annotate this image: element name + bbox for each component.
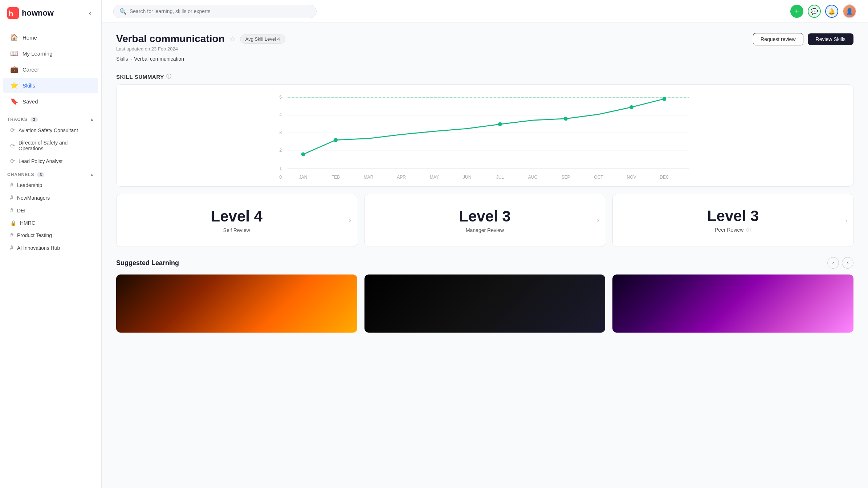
peer-review-card[interactable]: Level 3 Peer Review ⓘ › (612, 194, 853, 247)
sidebar-item-career[interactable]: 💼 Career (3, 62, 98, 77)
hash-icon-newmanagers: # (10, 195, 13, 201)
search-input[interactable] (130, 8, 310, 14)
breadcrumb-current: Verbal communication (134, 56, 184, 62)
career-icon: 💼 (10, 65, 18, 73)
svg-text:DEC: DEC (660, 175, 669, 180)
chart-point-dec (663, 97, 667, 101)
book-icon: 📖 (10, 49, 18, 57)
channel-item-hmrc[interactable]: 🔒 HMRC (3, 217, 98, 229)
sidebar-nav: 🏠 Home 📖 My Learning 💼 Career ⭐ Skills 🔖… (0, 26, 101, 113)
track-label-aviation: Aviation Safety Consultant (19, 127, 78, 133)
sidebar-item-skills[interactable]: ⭐ Skills (3, 78, 98, 93)
self-review-level: Level 4 (211, 208, 262, 225)
search-icon: 🔍 (119, 8, 127, 15)
learning-cards-container (116, 274, 853, 333)
page-body: Verbal communication ☆ Avg Skill Level 4… (102, 23, 868, 343)
sidebar-item-home[interactable]: 🏠 Home (3, 30, 98, 45)
svg-text:JAN: JAN (299, 175, 307, 180)
learning-card-3[interactable] (612, 274, 853, 333)
channels-chevron-icon: ▲ (90, 172, 94, 177)
manager-review-chevron-icon: › (597, 217, 599, 224)
track-item-director[interactable]: ⟳ Director of Safety and Operations (3, 137, 98, 154)
sidebar-item-saved[interactable]: 🔖 Saved (3, 94, 98, 109)
track-icon-aviation: ⟳ (10, 127, 15, 134)
user-avatar-button[interactable]: 👤 (843, 4, 856, 18)
breadcrumb: Skills › Verbal communication (116, 56, 285, 62)
manager-review-type: Manager Review (466, 227, 504, 233)
hash-icon-product-testing: # (10, 232, 13, 239)
learning-card-2[interactable] (364, 274, 606, 333)
review-skills-button[interactable]: Review Skills (808, 33, 853, 45)
page-subtitle: Last updated on 23 Feb 2024 (116, 46, 285, 52)
manager-review-card[interactable]: Level 3 Manager Review › (364, 194, 606, 247)
sidebar: h hownow ‹ 🏠 Home 📖 My Learning 💼 Career… (0, 0, 102, 488)
learning-card-1-bg (116, 274, 357, 333)
svg-text:FEB: FEB (331, 175, 340, 180)
channel-item-ai-innovations[interactable]: # AI Innovations Hub (3, 242, 98, 254)
logo-area: h hownow ‹ (0, 0, 101, 26)
sidebar-collapse-button[interactable]: ‹ (86, 8, 94, 19)
peer-review-info-icon[interactable]: ⓘ (746, 227, 751, 233)
learning-card-2-bg (364, 274, 606, 333)
hash-icon-ai-innovations: # (10, 245, 13, 251)
tracks-section: TRACKS 3 ▲ (0, 113, 101, 123)
manager-review-level: Level 3 (459, 208, 510, 225)
self-review-card[interactable]: Level 4 Self Review › (116, 194, 357, 247)
learning-nav-arrows: ‹ › (827, 257, 853, 269)
skill-summary-info-icon[interactable]: ⓘ (166, 73, 172, 80)
channel-label-product-testing: Product Testing (17, 232, 52, 238)
suggested-learning-title: Suggested Learning (116, 259, 179, 267)
chart-area: 5 4 3 2 1 0 JAN F (122, 93, 844, 180)
sidebar-item-skills-label: Skills (23, 82, 35, 89)
page-title-area: Verbal communication ☆ Avg Skill Level 4… (116, 33, 285, 70)
favorite-star-icon[interactable]: ☆ (229, 34, 236, 43)
svg-text:OCT: OCT (594, 175, 603, 180)
chart-point-jul (498, 122, 502, 126)
learning-card-1[interactable] (116, 274, 357, 333)
channel-label-leadership: Leadership (17, 182, 42, 188)
search-bar[interactable]: 🔍 (113, 5, 317, 18)
chart-point-sep (564, 117, 568, 121)
track-item-policy[interactable]: ⟳ Lead Policy Analyst (3, 155, 98, 167)
channels-section: CHANNELS 3 ▲ (0, 168, 101, 179)
track-label-director: Director of Safety and Operations (19, 140, 91, 151)
tracks-label: TRACKS (7, 117, 28, 122)
channels-section-header[interactable]: CHANNELS 3 ▲ (7, 172, 94, 177)
sidebar-item-my-learning-label: My Learning (23, 50, 53, 57)
chart-point-jan (301, 152, 305, 156)
peer-review-type: Peer Review ⓘ (715, 227, 751, 233)
channel-item-newmanagers[interactable]: # NewManagers (3, 192, 98, 204)
topbar: 🔍 + 💬 🔔 👤 (102, 0, 868, 23)
channel-label-dei: DEI (17, 208, 25, 214)
channel-item-dei[interactable]: # DEI (3, 204, 98, 217)
svg-text:3: 3 (280, 130, 282, 135)
main-content: 🔍 + 💬 🔔 👤 Verbal communication ☆ Avg Ski… (102, 0, 868, 488)
sidebar-item-my-learning[interactable]: 📖 My Learning (3, 46, 98, 61)
learning-next-button[interactable]: › (842, 257, 853, 269)
skill-level-badge: Avg Skill Level 4 (240, 34, 285, 44)
hownow-logo-icon: h (7, 7, 19, 19)
page-title-row: Verbal communication ☆ Avg Skill Level 4 (116, 33, 285, 45)
svg-text:AUG: AUG (528, 175, 538, 180)
svg-text:JUL: JUL (496, 175, 504, 180)
tracks-section-header[interactable]: TRACKS 3 ▲ (7, 117, 94, 122)
svg-text:2: 2 (280, 148, 282, 153)
channel-item-leadership[interactable]: # Leadership (3, 179, 98, 191)
chat-notification-button[interactable]: 💬 (808, 5, 821, 18)
skill-summary-label: SKILL SUMMARY (116, 74, 164, 80)
track-item-aviation[interactable]: ⟳ Aviation Safety Consultant (3, 124, 98, 137)
page-title: Verbal communication (116, 33, 225, 45)
request-review-button[interactable]: Request review (753, 33, 803, 45)
sidebar-item-career-label: Career (23, 66, 39, 73)
hash-icon-leadership: # (10, 182, 13, 188)
add-button[interactable]: + (790, 5, 803, 18)
header-actions: Request review Review Skills (753, 33, 853, 45)
channels-badge: 3 (37, 172, 44, 177)
bell-notification-button[interactable]: 🔔 (825, 5, 838, 18)
svg-text:APR: APR (397, 175, 406, 180)
breadcrumb-skills-link[interactable]: Skills (116, 56, 128, 62)
channel-item-product-testing[interactable]: # Product Testing (3, 229, 98, 241)
learning-prev-button[interactable]: ‹ (827, 257, 839, 269)
logo-text: hownow (22, 8, 54, 18)
saved-icon: 🔖 (10, 97, 18, 105)
